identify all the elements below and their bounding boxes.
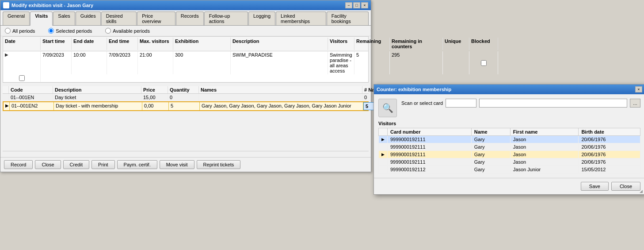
ticket-row-selected[interactable]: ▶ 01--001EN2 Day ticket - with membershi…: [3, 101, 369, 111]
scan-browse-button[interactable]: …: [630, 99, 640, 108]
visit-grid-header: Date Start time End date End time Max. v…: [3, 37, 368, 51]
magnifier-icon: 🔍: [378, 99, 397, 117]
ticket-desc: Day ticket: [53, 94, 141, 101]
col-remaining-counters: Remaining in counters: [390, 38, 443, 50]
print-button[interactable]: Print: [91, 160, 115, 169]
visitor-row-indicator: [379, 158, 388, 166]
col-max-visitors: Max. visitors: [138, 38, 173, 50]
move-visit-button[interactable]: Move visit: [160, 160, 194, 169]
visitor-birthDate: 15/05/2012: [579, 166, 640, 173]
tab-facility-bookings[interactable]: Facility bookings: [327, 12, 369, 25]
col-date: Date: [3, 38, 41, 50]
visitor-firstName: Jason: [510, 136, 579, 143]
visit-unique[interactable]: [469, 51, 498, 74]
resize-handle[interactable]: ◢: [640, 189, 644, 193]
radio-selected-periods[interactable]: Selected periods: [48, 28, 92, 34]
visit-remaining: 295: [390, 51, 443, 74]
visitor-name: Gary: [471, 143, 510, 151]
visitor-firstName: Jason: [510, 158, 579, 166]
visitor-row[interactable]: 9999000192111GaryJason20/06/1976: [379, 143, 640, 151]
col-start-time: Start time: [41, 38, 72, 50]
visitor-name: Gary: [471, 151, 510, 158]
visitor-row[interactable]: ▶9999000192111GaryJason20/06/1976: [379, 151, 640, 158]
ticket-col-quantity: Quantity: [168, 86, 199, 93]
paym-certif-button[interactable]: Paym. certif.: [117, 160, 157, 169]
ticket-grid-header: Code Description Price Quantity Names # …: [3, 86, 369, 94]
col-description: Description: [231, 38, 328, 50]
visit-end-date: 7/09/2023: [107, 51, 138, 74]
record-button[interactable]: Record: [4, 160, 33, 169]
tab-visits[interactable]: Visits: [30, 12, 53, 26]
visitor-card: 9999000192112: [388, 166, 472, 173]
visitor-row[interactable]: 9999000192112GaryJason Junior15/05/2012: [379, 166, 640, 173]
ticket-col-price: Price: [141, 86, 168, 93]
ticket-names: [199, 94, 362, 101]
tab-follow-up[interactable]: Follow-up actions: [204, 12, 248, 25]
visitor-row[interactable]: ▶9999000192111GaryJason20/06/1976: [379, 136, 640, 143]
dialog-footer: Save Close: [374, 178, 644, 194]
visitor-card: 9999000192111: [388, 158, 472, 166]
scan-short-input[interactable]: [446, 99, 476, 108]
close-main-button[interactable]: Close: [35, 160, 61, 169]
scan-card-row: Scan or select card …: [401, 99, 640, 108]
ticket-code: 01--001EN: [9, 94, 53, 101]
visitor-row-indicator: [379, 166, 388, 173]
visitor-firstName: Jason Junior: [510, 166, 579, 173]
radio-available-periods[interactable]: Available periods: [105, 28, 150, 34]
tab-price-overview[interactable]: Price overview: [137, 12, 175, 25]
ticket-col-names: Names: [199, 86, 362, 93]
visitor-birthDate: 20/06/1976: [579, 158, 640, 166]
horizontal-scrollbar[interactable]: [3, 151, 369, 157]
close-button[interactable]: ×: [361, 2, 368, 8]
save-button[interactable]: Save: [581, 182, 609, 191]
tab-guides[interactable]: Guides: [76, 12, 101, 25]
visitor-birthDate: 20/06/1976: [579, 143, 640, 151]
visit-visitors: 5: [354, 51, 390, 74]
visitor-row-indicator: [379, 143, 388, 151]
counter-dialog: Counter: exhibition membership × 🔍 Scan …: [373, 84, 644, 195]
tabs-bar: General Visits Sales Guides Desired skil…: [0, 10, 371, 26]
visitors-label: Visitors: [378, 121, 640, 126]
visitors-table: Card number Name First name Birth date ▶…: [378, 128, 640, 173]
app-icon: [3, 2, 9, 8]
scan-long-input[interactable]: [479, 99, 627, 108]
visitor-card: 9999000192111: [388, 136, 472, 143]
col-visitors: Visitors: [328, 38, 354, 50]
col-end-date: End date: [72, 38, 107, 50]
visit-indicator: ▶: [3, 51, 41, 74]
dialog-title: Counter: exhibition membership: [377, 87, 451, 92]
tab-linked-memberships[interactable]: Linked memberships: [276, 12, 326, 25]
dialog-close-button[interactable]: Close: [611, 182, 640, 191]
visitor-birthDate: 20/06/1976: [579, 136, 640, 143]
ticket-col-code: Code: [9, 86, 53, 93]
visitor-row-indicator: ▶: [379, 136, 388, 143]
visitor-row[interactable]: 9999000192111GaryJason20/06/1976: [379, 158, 640, 166]
ticket-col-description: Description: [53, 86, 141, 93]
ticket-section: Code Description Price Quantity Names # …: [3, 86, 369, 111]
dialog-close-x-button[interactable]: ×: [635, 86, 642, 92]
radio-all-periods[interactable]: All periods: [5, 28, 35, 34]
visit-blocked[interactable]: [3, 74, 41, 82]
credit-button[interactable]: Credit: [63, 160, 89, 169]
visitors-header-row: Card number Name First name Birth date: [379, 128, 640, 136]
visitor-firstName: Jason: [510, 143, 579, 151]
tab-sales[interactable]: Sales: [53, 12, 75, 25]
tab-records[interactable]: Records: [176, 12, 204, 25]
th-first-name: First name: [510, 128, 579, 136]
visit-description: Swimming paradise - all areas access: [328, 51, 354, 74]
tab-desired-skills[interactable]: Desired skills: [101, 12, 137, 25]
reprint-tickets-button[interactable]: Reprint tickets: [197, 160, 241, 169]
tab-general[interactable]: General: [3, 12, 30, 25]
visitor-name: Gary: [471, 136, 510, 143]
tab-logging[interactable]: Logging: [248, 12, 275, 25]
col-exhibition: Exhibition: [173, 38, 231, 50]
visit-row[interactable]: ▶ 7/09/2023 10:00 7/09/2023 21:00 300 SW…: [3, 51, 368, 82]
ticket-code-2: 01--001EN2: [10, 102, 54, 110]
visitor-card: 9999000192111: [388, 151, 472, 158]
dialog-content: 🔍 Scan or select card … Visitors: [374, 94, 644, 178]
visitors-list: ▶9999000192111GaryJason20/06/19769999000…: [379, 136, 640, 173]
maximize-button[interactable]: □: [353, 2, 360, 8]
minimize-button[interactable]: −: [345, 2, 352, 8]
ticket-price: 15,00: [141, 94, 168, 101]
ticket-row[interactable]: 01--001EN Day ticket 15,00 0 0 0,00: [3, 94, 369, 101]
